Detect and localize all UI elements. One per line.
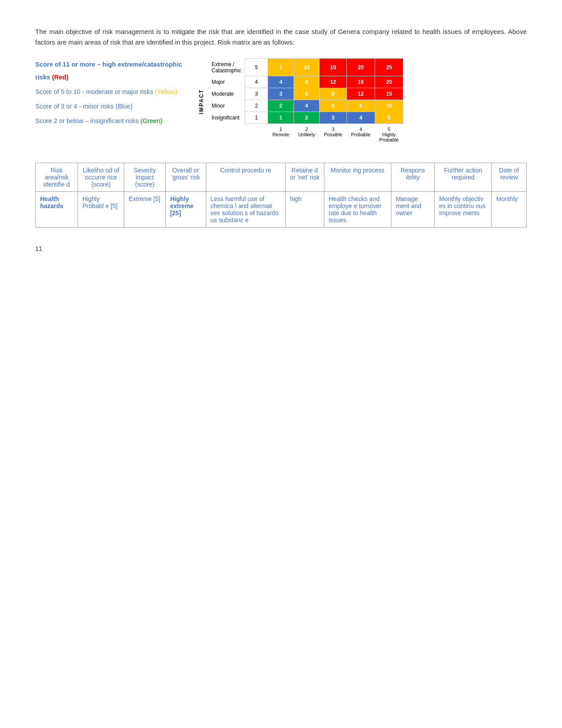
th-responsibility: Respons ibility xyxy=(391,163,435,192)
row-label-minor: Minor xyxy=(207,100,245,112)
cell-5-2: 10 xyxy=(294,59,320,76)
cell-1-5: 5 xyxy=(375,112,403,124)
cell-severity: Extreme [5] xyxy=(124,192,166,228)
score-list: Score of 11 or more – high extreme/catas… xyxy=(35,58,185,129)
th-likelihood: Likeliho od of occurre nce (score) xyxy=(78,163,124,192)
cell-4-3: 12 xyxy=(320,76,347,88)
matrix-col-labels: 1Remote 2Unlikely 3Possible 4Probable 5H… xyxy=(207,124,403,146)
matrix-row-major: Major 4 4 8 12 16 20 xyxy=(207,76,403,88)
cell-responsibility: Manage ment and owner xyxy=(391,192,435,228)
table-row: Health hazards Highly Probabl e [5] Extr… xyxy=(36,192,527,228)
col-label-4: 4Probable xyxy=(347,124,375,146)
cell-2-5: 10 xyxy=(375,100,403,112)
row-num-moderate: 3 xyxy=(245,88,268,100)
row-label-major: Major xyxy=(207,76,245,88)
cell-1-2: 2 xyxy=(294,112,320,124)
score-item-2: Score of 5 to 10 - moderate or major ris… xyxy=(35,86,185,98)
cell-5-5: 25 xyxy=(375,59,403,76)
cell-3-1: 3 xyxy=(268,88,294,100)
cell-2-1: 2 xyxy=(268,100,294,112)
cell-5-4: 20 xyxy=(347,59,375,76)
impact-label: IMPACT xyxy=(198,89,205,114)
risk-matrix: IMPACT Extreme /Catastrophic 5 5 10 15 2… xyxy=(198,58,403,145)
th-severity: Severity impact (score) xyxy=(124,163,166,192)
matrix-row-extreme: Extreme /Catastrophic 5 5 10 15 20 25 xyxy=(207,59,403,76)
cell-1-1: 1 xyxy=(268,112,294,124)
matrix-row-moderate: Moderate 3 3 6 9 12 15 xyxy=(207,88,403,100)
intro-paragraph: The main objective of risk management is… xyxy=(35,26,527,48)
matrix-table: Extreme /Catastrophic 5 5 10 15 20 25 Ma… xyxy=(207,58,403,145)
matrix-row-minor: Minor 2 2 4 6 8 10 xyxy=(207,100,403,112)
row-num-insignificant: 1 xyxy=(245,112,268,124)
cell-5-1: 5 xyxy=(268,59,294,76)
th-monitor: Monitor ing process xyxy=(324,163,391,192)
cell-area: Health hazards xyxy=(36,192,78,228)
risk-table: Risk area/risk identifie d Likeliho od o… xyxy=(35,163,527,228)
cell-2-4: 8 xyxy=(347,100,375,112)
row-label-moderate: Moderate xyxy=(207,88,245,100)
row-num-major: 4 xyxy=(245,76,268,88)
cell-monitor: Health checks and employe e turnover rat… xyxy=(324,192,391,228)
th-review: Date of review xyxy=(491,163,526,192)
th-further: Further action required xyxy=(435,163,491,192)
cell-5-3: 15 xyxy=(320,59,347,76)
th-risk-area: Risk area/risk identifie d xyxy=(36,163,78,192)
cell-3-4: 12 xyxy=(347,88,375,100)
row-num-extreme: 5 xyxy=(245,59,268,76)
cell-2-3: 6 xyxy=(320,100,347,112)
page-number: 11 xyxy=(35,245,527,252)
cell-1-3: 3 xyxy=(320,112,347,124)
th-overall: Overall or 'gross' risk xyxy=(165,163,206,192)
content-section: Score of 11 or more – high extreme/catas… xyxy=(35,58,527,145)
score-item-1: Score of 11 or more – high extreme/catas… xyxy=(35,58,185,84)
col-label-5: 5HighlyProbable xyxy=(375,124,403,146)
col-label-1: 1Remote xyxy=(268,124,294,146)
score-item-3: Score of 3 or 4 - minor risks (Blue) xyxy=(35,100,185,113)
row-label-extreme: Extreme /Catastrophic xyxy=(207,59,245,76)
score-item-4: Score 2 or below – insignificant risks (… xyxy=(35,115,185,127)
cell-3-5: 15 xyxy=(375,88,403,100)
matrix-row-insignificant: Insignificant 1 1 2 3 4 5 xyxy=(207,112,403,124)
table-header-row: Risk area/risk identifie d Likeliho od o… xyxy=(36,163,527,192)
cell-3-3: 9 xyxy=(320,88,347,100)
cell-2-2: 4 xyxy=(294,100,320,112)
cell-1-4: 4 xyxy=(347,112,375,124)
cell-4-1: 4 xyxy=(268,76,294,88)
cell-3-2: 6 xyxy=(294,88,320,100)
col-label-3: 3Possible xyxy=(320,124,347,146)
col-label-2: 2Unlikely xyxy=(294,124,320,146)
cell-further: Monthly objectiv es in continu ous impro… xyxy=(435,192,491,228)
cell-4-2: 8 xyxy=(294,76,320,88)
cell-overall: Highly extreme [25] xyxy=(165,192,206,228)
cell-4-5: 20 xyxy=(375,76,403,88)
cell-likelihood: Highly Probabl e [5] xyxy=(78,192,124,228)
cell-4-4: 16 xyxy=(347,76,375,88)
row-label-insignificant: Insignificant xyxy=(207,112,245,124)
row-num-minor: 2 xyxy=(245,100,268,112)
cell-retained: high xyxy=(285,192,324,228)
th-retained: Retaine d or 'net' risk xyxy=(285,163,324,192)
th-control: Control procedu re xyxy=(206,163,285,192)
cell-review: Monthly xyxy=(491,192,526,228)
cell-control: Less harmful use of chemica l and altern… xyxy=(206,192,285,228)
